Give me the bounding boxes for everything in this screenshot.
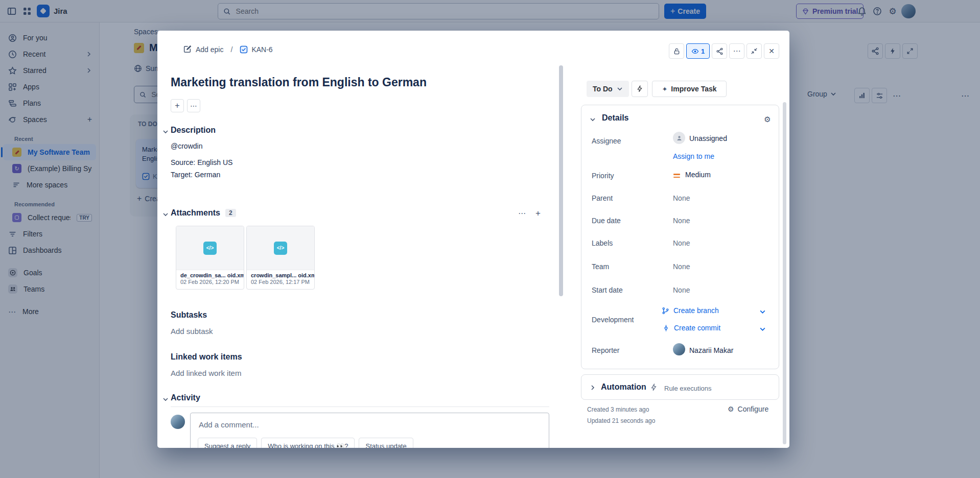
xml-file-icon: </> <box>203 242 217 255</box>
chevron-down-icon[interactable] <box>162 129 169 135</box>
attachment-card[interactable]: </> crowdin_sampl... oid.xml 02 Feb 2026… <box>246 226 315 290</box>
details-panel: Details ⚙ Assignee Unassigned Assign to … <box>581 105 779 369</box>
issue-title[interactable]: Marketing translation from English to Ge… <box>171 76 427 89</box>
field-label-assignee: Assignee <box>592 137 621 145</box>
lock-button[interactable] <box>669 43 684 59</box>
chevron-down-icon[interactable] <box>759 326 766 332</box>
improve-task-button[interactable]: ✦ Improve Task <box>652 81 727 97</box>
details-settings-button[interactable]: ⚙ <box>760 112 775 127</box>
add-epic-button[interactable]: Add epic <box>183 45 223 54</box>
attachments-heading: Attachments <box>171 208 220 218</box>
priority-medium-icon <box>673 174 680 178</box>
field-label-due-date: Due date <box>592 217 621 225</box>
field-value-start-date[interactable]: None <box>673 286 690 294</box>
rule-executions-label[interactable]: Rule executions <box>664 385 712 392</box>
unassigned-avatar-icon <box>673 132 685 144</box>
linked-work-items-heading: Linked work items <box>171 352 242 362</box>
chevron-right-icon <box>590 385 596 391</box>
field-value-parent[interactable]: None <box>673 194 690 202</box>
status-dropdown[interactable]: To Do <box>587 81 629 97</box>
description-target: Target: German <box>171 171 220 179</box>
plus-icon: + <box>535 208 541 218</box>
plus-icon: + <box>175 101 179 110</box>
description-mention[interactable]: @crowdin <box>171 142 202 150</box>
automation-heading: Automation <box>601 383 646 392</box>
description-heading: Description <box>171 126 216 135</box>
more-icon: ⋯ <box>733 46 741 56</box>
attachment-date: 02 Feb 2026, 12:17 PM <box>247 278 314 285</box>
field-label-parent: Parent <box>592 194 613 202</box>
assign-to-me-link[interactable]: Assign to me <box>673 152 714 160</box>
chevron-down-icon[interactable] <box>759 308 766 315</box>
more-icon: ⋯ <box>190 102 197 110</box>
attachments-add-button[interactable]: + <box>531 207 545 220</box>
collapse-icon <box>751 47 758 55</box>
field-value-team[interactable]: None <box>673 262 690 271</box>
chevron-down-icon[interactable] <box>590 116 596 123</box>
field-value-due-date[interactable]: None <box>673 217 690 225</box>
field-value-priority[interactable]: Medium <box>685 171 711 179</box>
comment-placeholder: Add a comment... <box>191 413 549 429</box>
lock-icon <box>673 47 681 55</box>
description-source: Source: English US <box>171 158 232 166</box>
field-value-assignee[interactable]: Unassigned <box>689 134 727 142</box>
gear-icon: ⚙ <box>728 405 734 413</box>
attachment-card[interactable]: </> de_crowdin_sa... oid.xml 02 Feb 2026… <box>176 226 244 290</box>
chevron-down-icon[interactable] <box>162 396 169 402</box>
create-branch-button[interactable]: Create branch <box>662 306 719 315</box>
share-button[interactable] <box>712 43 727 59</box>
attachment-name: crowdin_sampl... oid.xml <box>247 270 314 278</box>
automation-panel[interactable]: Automation Rule executions <box>581 374 779 400</box>
configure-button[interactable]: ⚙ Configure <box>728 405 768 413</box>
watch-eye-icon <box>691 47 699 55</box>
chevron-down-icon[interactable] <box>162 211 169 218</box>
add-subtask-button[interactable]: Add subtask <box>171 327 213 336</box>
task-type-icon <box>240 45 248 54</box>
field-value-labels[interactable]: None <box>673 239 690 247</box>
collapse-modal-button[interactable] <box>746 43 762 59</box>
issue-detail-modal: Add epic / KAN-6 1 ⋯ ✕ Marketing transla… <box>157 31 789 448</box>
updated-timestamp: Updated 21 seconds ago <box>587 417 655 424</box>
close-icon: ✕ <box>768 47 775 55</box>
details-scrollbar[interactable] <box>783 102 786 444</box>
ai-sparkle-icon: ✦ <box>662 85 667 93</box>
actions-lightning-button[interactable] <box>632 81 648 97</box>
quick-reply-status-update[interactable]: Status update <box>359 438 413 448</box>
chevron-down-icon <box>617 86 623 92</box>
modal-more-button[interactable]: ⋯ <box>729 43 744 59</box>
add-content-button[interactable]: + <box>171 99 184 112</box>
share-icon <box>716 47 724 55</box>
activity-divider <box>171 407 549 407</box>
lightning-icon <box>636 85 643 92</box>
created-timestamp: Created 3 minutes ago <box>587 406 649 413</box>
attachment-date: 02 Feb 2026, 12:20 PM <box>176 278 244 285</box>
subtasks-heading: Subtasks <box>171 310 207 320</box>
field-value-reporter[interactable]: Nazarii Makar <box>689 346 733 354</box>
details-heading: Details <box>602 113 628 123</box>
issue-key-breadcrumb[interactable]: KAN-6 <box>240 45 272 54</box>
comment-box[interactable]: Add a comment... Suggest a reply Who is … <box>190 413 549 448</box>
field-label-start-date: Start date <box>592 286 623 294</box>
attachments-more-button[interactable]: ⋯ <box>515 207 528 220</box>
lightning-icon <box>650 384 658 391</box>
add-epic-icon <box>183 45 192 54</box>
branch-icon <box>662 307 669 315</box>
title-more-button[interactable]: ⋯ <box>187 99 200 112</box>
add-linked-work-item-button[interactable]: Add linked work item <box>171 369 241 377</box>
field-label-labels: Labels <box>592 239 613 247</box>
watchers-button[interactable]: 1 <box>686 43 710 59</box>
more-icon: ⋯ <box>518 209 526 218</box>
quick-reply-suggest[interactable]: Suggest a reply <box>198 438 257 448</box>
field-label-development: Development <box>592 316 634 324</box>
breadcrumb-separator: / <box>230 45 232 54</box>
close-modal-button[interactable]: ✕ <box>764 43 779 59</box>
attachments-count-badge: 2 <box>225 209 236 217</box>
content-scrollbar[interactable] <box>559 65 563 296</box>
quick-reply-who-working[interactable]: Who is working on this 👀? <box>261 438 355 448</box>
commit-icon <box>662 324 670 332</box>
xml-file-icon: </> <box>274 242 287 255</box>
create-commit-button[interactable]: Create commit <box>662 324 720 332</box>
watchers-count: 1 <box>701 47 705 55</box>
current-user-avatar <box>171 415 185 429</box>
field-label-priority: Priority <box>592 172 614 180</box>
